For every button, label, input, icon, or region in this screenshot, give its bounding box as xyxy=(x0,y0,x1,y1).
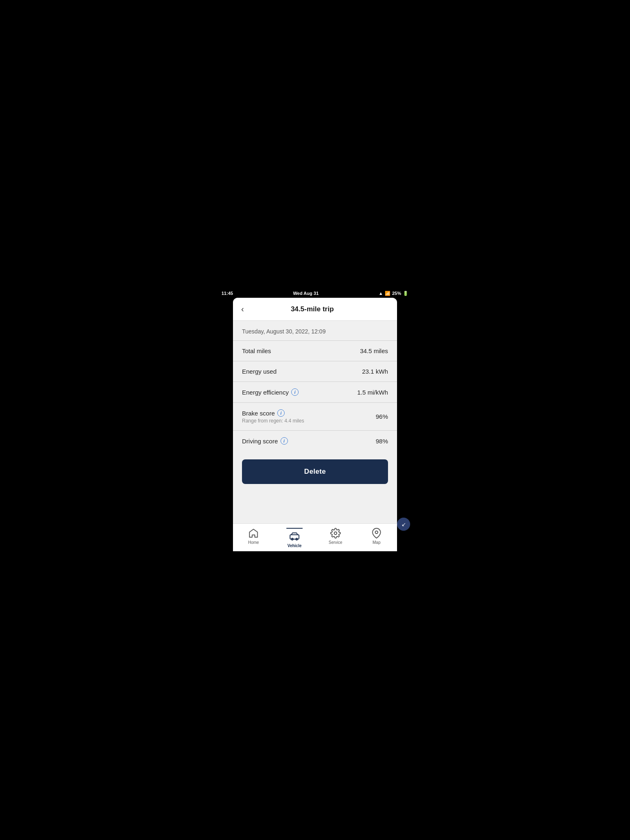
map-icon xyxy=(371,528,382,539)
stat-value-driving-score: 98% xyxy=(376,438,388,445)
app-container: ‹ 34.5-mile trip Tuesday, August 30, 202… xyxy=(233,298,397,551)
energy-efficiency-info-icon[interactable]: i xyxy=(291,388,299,396)
battery-text: 25% xyxy=(392,291,401,296)
driving-score-info-icon[interactable]: i xyxy=(281,437,288,445)
stat-driving-score: Driving score i 98% xyxy=(233,430,397,451)
stat-brake-score: Brake score i Range from regen: 4.4 mile… xyxy=(233,402,397,430)
stat-label-driving-score: Driving score i xyxy=(242,437,288,445)
home-icon xyxy=(248,528,259,539)
back-button[interactable]: ‹ xyxy=(241,304,244,314)
trip-date: Tuesday, August 30, 2022, 12:09 xyxy=(233,321,397,340)
status-bar: 11:45 Wed Aug 31 ▲ 📶 25% 🔋 xyxy=(217,289,413,298)
stat-value-energy-efficiency: 1.5 mi/kWh xyxy=(357,389,388,396)
stat-value-energy-used: 23.1 kWh xyxy=(362,368,388,375)
vehicle-icon xyxy=(289,531,300,542)
nav-label-home: Home xyxy=(248,540,259,545)
brake-score-info-icon[interactable]: i xyxy=(277,409,285,417)
nav-label-vehicle: Vehicle xyxy=(288,543,301,548)
stat-value-brake-score: 96% xyxy=(376,413,388,420)
status-date: Wed Aug 31 xyxy=(293,291,318,296)
svg-point-3 xyxy=(334,532,337,534)
stat-energy-efficiency: Energy efficiency i 1.5 mi/kWh xyxy=(233,381,397,402)
nav-item-map[interactable]: Map xyxy=(356,528,397,545)
svg-point-4 xyxy=(375,531,378,534)
brake-score-label-wrap: Brake score i Range from regen: 4.4 mile… xyxy=(242,409,304,424)
page-title: 34.5-mile trip xyxy=(248,305,377,313)
stat-value-total-miles: 34.5 miles xyxy=(360,347,388,354)
stat-label-total-miles: Total miles xyxy=(242,347,271,354)
spacer xyxy=(233,492,397,523)
delete-button[interactable]: Delete xyxy=(242,459,388,484)
stat-label-energy-used: Energy used xyxy=(242,368,276,375)
brake-score-sub: Range from regen: 4.4 miles xyxy=(242,418,304,424)
battery-icon: 🔋 xyxy=(403,291,409,296)
content-area: Tuesday, August 30, 2022, 12:09 Total mi… xyxy=(233,321,397,523)
stat-label-energy-efficiency: Energy efficiency i xyxy=(242,388,299,396)
nav-item-home[interactable]: Home xyxy=(233,528,274,545)
bottom-nav: Home Vehicle Service xyxy=(233,523,397,552)
nav-label-service: Service xyxy=(329,540,342,545)
location-icon: ▲ xyxy=(379,291,383,296)
header: ‹ 34.5-mile trip xyxy=(233,298,397,321)
nav-label-map: Map xyxy=(372,540,380,545)
status-icons: ▲ 📶 25% 🔋 xyxy=(379,291,409,296)
nav-item-service[interactable]: Service xyxy=(315,528,356,545)
delete-section: Delete xyxy=(233,451,397,492)
float-button[interactable]: ↙ xyxy=(397,518,410,531)
service-icon xyxy=(330,528,341,539)
nav-active-indicator xyxy=(286,528,303,529)
nav-item-vehicle[interactable]: Vehicle xyxy=(274,528,315,548)
wifi-icon: 📶 xyxy=(385,291,390,296)
stat-total-miles: Total miles 34.5 miles xyxy=(233,340,397,361)
stat-label-brake-score: Brake score i xyxy=(242,409,304,417)
status-time: 11:45 xyxy=(221,291,233,296)
stat-energy-used: Energy used 23.1 kWh xyxy=(233,361,397,381)
